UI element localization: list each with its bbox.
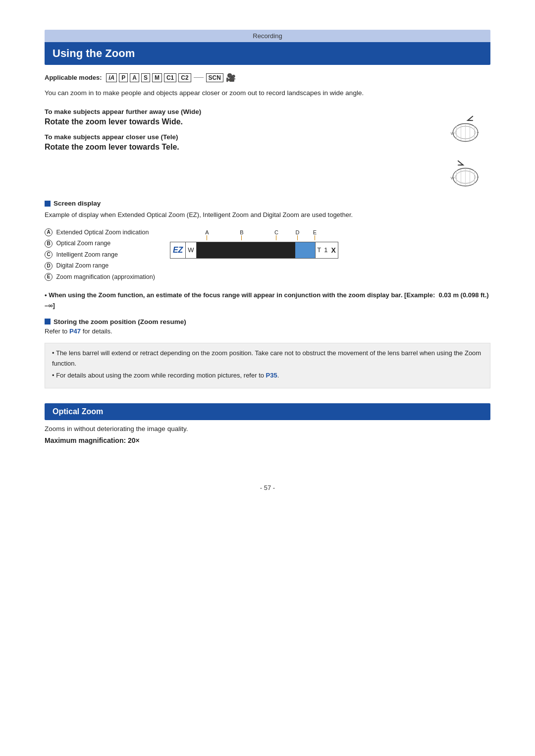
legend-circle-d: D — [45, 262, 53, 270]
applicable-modes: Applicable modes: iA P A S M C1 C2 SCN 🎥 — [45, 73, 490, 82]
svg-text:W: W — [451, 131, 455, 136]
storing-label: Storing the zoom position (Zoom resume) — [54, 318, 186, 325]
optical-zoom-bar: Optical Zoom — [45, 403, 490, 420]
zb-w: W — [186, 242, 196, 258]
screen-display-label: Screen display — [54, 200, 101, 207]
focus-notice: When using the Zoom function, an estimat… — [45, 290, 490, 311]
notice-item-2: For details about using the zoom while r… — [52, 371, 483, 381]
svg-text:T: T — [477, 176, 479, 180]
zb-ez: EZ — [170, 242, 186, 258]
legend-text-c: Intelligent Zoom range — [56, 251, 117, 258]
recording-label: Recording — [253, 32, 282, 40]
legend-item-d: D Digital Zoom range — [45, 260, 155, 271]
legend-circle-b: B — [45, 240, 53, 248]
mode-c1: C1 — [164, 73, 176, 82]
zoom-bar-wrapper: A B C D E — [170, 229, 338, 259]
zoom-bar-visual: EZ W T 1 X — [170, 242, 338, 259]
mode-ia: iA — [106, 73, 117, 82]
legend-text-d: Digital Zoom range — [56, 262, 108, 269]
notice-suffix-2: . — [277, 372, 279, 379]
storing-refer-text: Refer to P47 for details. — [45, 327, 490, 335]
notice-link-p35: P35 — [266, 372, 277, 379]
mode-a: A — [130, 73, 139, 82]
page: Recording Using the Zoom Applicable mode… — [0, 0, 535, 756]
marker-c-line — [276, 235, 276, 240]
mode-c2: C2 — [178, 73, 191, 82]
marker-label-row: A B C D E — [170, 229, 338, 240]
focus-notice-text: When using the Zoom function, an estimat… — [45, 291, 489, 309]
mode-scn: SCN — [206, 73, 223, 82]
storing-link: P47 — [69, 327, 81, 335]
optical-desc: Zooms in without deteriorating the image… — [45, 425, 490, 432]
legend-text-b: Optical Zoom range — [56, 240, 110, 247]
marker-e: E — [306, 229, 323, 240]
marker-b-label: B — [240, 229, 243, 235]
marker-d-line — [297, 235, 298, 240]
wide-label: To make subjects appear further away use… — [45, 108, 426, 115]
storing-suffix: for details. — [83, 327, 112, 335]
svg-text:W: W — [451, 176, 455, 180]
tele-dial: W T — [441, 155, 490, 190]
marker-b: B — [219, 229, 264, 240]
zoom-diagrams: W T — [441, 110, 490, 190]
marker-c-label: C — [274, 229, 278, 235]
storing-heading: Storing the zoom position (Zoom resume) — [45, 318, 490, 325]
legend-circle-c: C — [45, 251, 53, 259]
legend-item-b: B Optical Zoom range — [45, 238, 155, 249]
marker-d-label: D — [295, 229, 299, 235]
mode-s: S — [141, 73, 150, 82]
optical-zoom-title: Optical Zoom — [53, 407, 103, 416]
optical-magnification: Maximum magnification: 20× — [45, 436, 490, 444]
zoom-text-block: To make subjects appear further away use… — [45, 108, 426, 159]
marker-a: A — [195, 229, 219, 240]
tele-dial-svg: W T — [441, 157, 485, 189]
section-title-bar: Using the Zoom — [45, 42, 490, 65]
zb-t: T — [315, 242, 322, 258]
legend-list: A Extended Optical Zoom indication B Opt… — [45, 227, 155, 283]
mode-m: M — [152, 73, 162, 82]
wide-dial-svg: W T — [441, 112, 485, 144]
zb-black-range — [197, 242, 296, 258]
marker-e-label: E — [313, 229, 317, 235]
legend-item-a: A Extended Optical Zoom indication — [45, 227, 155, 238]
wide-dial: W T — [441, 110, 490, 145]
page-number: - 57 - — [45, 484, 490, 491]
zb-x: X — [329, 242, 338, 258]
screen-display-row: A Extended Optical Zoom indication B Opt… — [45, 227, 490, 283]
marker-c: C — [264, 229, 289, 240]
svg-text:T: T — [477, 131, 479, 136]
tele-label: To make subjects appear closer use (Tele… — [45, 133, 426, 141]
applicable-label: Applicable modes: — [45, 74, 102, 81]
zb-1x: 1 — [322, 242, 329, 258]
marker-a-label: A — [205, 229, 209, 235]
legend-item-e: E Zoom magnification (approximation) — [45, 271, 155, 283]
zoom-instructions: To make subjects appear further away use… — [45, 108, 490, 190]
zb-blue-range — [295, 242, 315, 258]
screen-display-heading: Screen display — [45, 200, 490, 207]
description: You can zoom in to make people and objec… — [45, 88, 490, 98]
marker-e-line — [315, 235, 315, 240]
notice-item-1: The lens barrel will extend or retract d… — [52, 348, 483, 369]
tele-instruction: Rotate the zoom lever towards Tele. — [45, 143, 426, 152]
wide-instruction: Rotate the zoom lever towards Wide. — [45, 117, 426, 126]
legend-circle-e: E — [45, 273, 53, 281]
legend-text-e: Zoom magnification (approximation) — [56, 273, 155, 280]
page-title: Using the Zoom — [53, 47, 135, 59]
notice-box: The lens barrel will extend or retract d… — [45, 343, 490, 388]
marker-a-line — [207, 235, 207, 240]
recording-bar: Recording — [45, 30, 490, 42]
legend-item-c: C Intelligent Zoom range — [45, 249, 155, 261]
mode-p: P — [119, 73, 128, 82]
screen-display-desc: Example of display when Extended Optical… — [45, 210, 490, 220]
marker-d: D — [289, 229, 306, 240]
notice-text-1: The lens barrel will extend or retract d… — [52, 349, 481, 367]
screen-display-section: Screen display Example of display when E… — [45, 200, 490, 282]
mode-video: 🎥 — [226, 73, 236, 82]
mode-dash — [194, 77, 204, 78]
marker-b-line — [241, 235, 242, 240]
storing-refer: Refer to — [45, 327, 67, 335]
legend-circle-a: A — [45, 228, 53, 236]
legend-text-a: Extended Optical Zoom indication — [56, 229, 149, 236]
notice-text-2: For details about using the zoom while r… — [56, 372, 266, 379]
